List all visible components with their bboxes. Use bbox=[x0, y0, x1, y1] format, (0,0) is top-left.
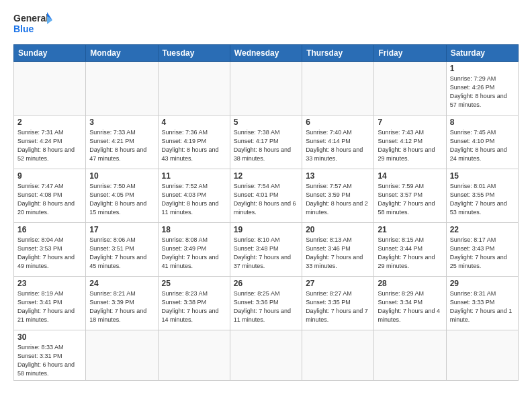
header-saturday: Saturday bbox=[446, 45, 518, 62]
day-number: 4 bbox=[162, 118, 226, 127]
day-number: 25 bbox=[162, 279, 226, 288]
day-info: Sunrise: 7:45 AM Sunset: 4:10 PM Dayligh… bbox=[450, 128, 515, 163]
day-number: 14 bbox=[378, 171, 442, 181]
table-row: 28Sunrise: 8:29 AM Sunset: 3:34 PM Dayli… bbox=[374, 277, 446, 330]
table-row bbox=[446, 330, 518, 381]
day-number: 11 bbox=[162, 171, 226, 181]
table-row bbox=[230, 330, 302, 381]
day-info: Sunrise: 7:43 AM Sunset: 4:12 PM Dayligh… bbox=[378, 128, 442, 163]
table-row: 18Sunrise: 8:08 AM Sunset: 3:49 PM Dayli… bbox=[158, 223, 230, 277]
day-number: 9 bbox=[17, 171, 82, 181]
day-info: Sunrise: 8:33 AM Sunset: 3:31 PM Dayligh… bbox=[17, 343, 82, 378]
table-row: 10Sunrise: 7:50 AM Sunset: 4:05 PM Dayli… bbox=[86, 169, 158, 223]
table-row: 8Sunrise: 7:45 AM Sunset: 4:10 PM Daylig… bbox=[446, 116, 518, 169]
day-info: Sunrise: 7:36 AM Sunset: 4:19 PM Dayligh… bbox=[162, 128, 226, 163]
day-number: 5 bbox=[234, 118, 298, 127]
page: General Blue Sunday Monday Tuesday Wedne… bbox=[0, 0, 532, 392]
day-number: 27 bbox=[306, 279, 370, 288]
day-info: Sunrise: 8:04 AM Sunset: 3:53 PM Dayligh… bbox=[17, 236, 82, 271]
day-info: Sunrise: 8:01 AM Sunset: 3:55 PM Dayligh… bbox=[450, 182, 515, 217]
day-number: 21 bbox=[378, 225, 442, 234]
table-row: 4Sunrise: 7:36 AM Sunset: 4:19 PM Daylig… bbox=[158, 116, 230, 169]
table-row bbox=[14, 62, 86, 116]
generalblue-logo-icon: General Blue bbox=[13, 11, 54, 38]
table-row: 29Sunrise: 8:31 AM Sunset: 3:33 PM Dayli… bbox=[446, 277, 518, 330]
day-info: Sunrise: 8:25 AM Sunset: 3:36 PM Dayligh… bbox=[234, 289, 298, 324]
day-info: Sunrise: 8:17 AM Sunset: 3:43 PM Dayligh… bbox=[450, 236, 515, 271]
day-info: Sunrise: 7:29 AM Sunset: 4:26 PM Dayligh… bbox=[450, 75, 515, 109]
table-row: 13Sunrise: 7:57 AM Sunset: 3:59 PM Dayli… bbox=[302, 169, 374, 223]
day-number: 20 bbox=[306, 225, 370, 234]
day-info: Sunrise: 8:29 AM Sunset: 3:34 PM Dayligh… bbox=[378, 289, 442, 324]
day-number: 23 bbox=[17, 279, 82, 288]
day-info: Sunrise: 8:10 AM Sunset: 3:48 PM Dayligh… bbox=[234, 236, 298, 271]
table-row bbox=[158, 330, 230, 381]
day-number: 16 bbox=[17, 225, 82, 234]
table-row: 15Sunrise: 8:01 AM Sunset: 3:55 PM Dayli… bbox=[446, 169, 518, 223]
day-number: 19 bbox=[234, 225, 298, 234]
header-monday: Monday bbox=[86, 45, 158, 62]
day-info: Sunrise: 8:19 AM Sunset: 3:41 PM Dayligh… bbox=[17, 289, 82, 324]
day-info: Sunrise: 7:52 AM Sunset: 4:03 PM Dayligh… bbox=[162, 182, 226, 217]
table-row bbox=[158, 62, 230, 116]
day-info: Sunrise: 8:06 AM Sunset: 3:51 PM Dayligh… bbox=[89, 236, 154, 271]
table-row: 17Sunrise: 8:06 AM Sunset: 3:51 PM Dayli… bbox=[86, 223, 158, 277]
day-info: Sunrise: 8:15 AM Sunset: 3:44 PM Dayligh… bbox=[378, 236, 442, 271]
table-row: 5Sunrise: 7:38 AM Sunset: 4:17 PM Daylig… bbox=[230, 116, 302, 169]
table-row: 21Sunrise: 8:15 AM Sunset: 3:44 PM Dayli… bbox=[374, 223, 446, 277]
day-info: Sunrise: 7:47 AM Sunset: 4:08 PM Dayligh… bbox=[17, 182, 82, 217]
day-number: 18 bbox=[162, 225, 226, 234]
day-number: 2 bbox=[17, 118, 82, 127]
table-row: 22Sunrise: 8:17 AM Sunset: 3:43 PM Dayli… bbox=[446, 223, 518, 277]
day-info: Sunrise: 7:57 AM Sunset: 3:59 PM Dayligh… bbox=[306, 182, 370, 217]
table-row: 12Sunrise: 7:54 AM Sunset: 4:01 PM Dayli… bbox=[230, 169, 302, 223]
table-row bbox=[302, 62, 374, 116]
day-number: 7 bbox=[378, 118, 442, 127]
svg-text:Blue: Blue bbox=[13, 24, 34, 34]
table-row: 2Sunrise: 7:31 AM Sunset: 4:24 PM Daylig… bbox=[14, 116, 86, 169]
day-number: 26 bbox=[234, 279, 298, 288]
day-info: Sunrise: 8:31 AM Sunset: 3:33 PM Dayligh… bbox=[450, 289, 515, 324]
table-row: 9Sunrise: 7:47 AM Sunset: 4:08 PM Daylig… bbox=[14, 169, 86, 223]
header-tuesday: Tuesday bbox=[158, 45, 230, 62]
day-number: 30 bbox=[17, 332, 82, 342]
table-row: 24Sunrise: 8:21 AM Sunset: 3:39 PM Dayli… bbox=[86, 277, 158, 330]
day-info: Sunrise: 7:33 AM Sunset: 4:21 PM Dayligh… bbox=[89, 128, 154, 163]
logo: General Blue bbox=[13, 11, 54, 38]
table-row bbox=[86, 62, 158, 116]
day-number: 15 bbox=[450, 171, 515, 181]
day-number: 12 bbox=[234, 171, 298, 181]
table-row: 14Sunrise: 7:59 AM Sunset: 3:57 PM Dayli… bbox=[374, 169, 446, 223]
day-number: 6 bbox=[306, 118, 370, 127]
day-number: 10 bbox=[89, 171, 154, 181]
calendar-table: Sunday Monday Tuesday Wednesday Thursday… bbox=[13, 44, 519, 381]
table-row: 23Sunrise: 8:19 AM Sunset: 3:41 PM Dayli… bbox=[14, 277, 86, 330]
day-number: 8 bbox=[450, 118, 515, 127]
day-number: 22 bbox=[450, 225, 515, 234]
day-number: 29 bbox=[450, 279, 515, 288]
table-row: 16Sunrise: 8:04 AM Sunset: 3:53 PM Dayli… bbox=[14, 223, 86, 277]
header-friday: Friday bbox=[374, 45, 446, 62]
day-number: 13 bbox=[306, 171, 370, 181]
table-row: 6Sunrise: 7:40 AM Sunset: 4:14 PM Daylig… bbox=[302, 116, 374, 169]
day-info: Sunrise: 8:27 AM Sunset: 3:35 PM Dayligh… bbox=[306, 289, 370, 324]
day-number: 17 bbox=[89, 225, 154, 234]
header-sunday: Sunday bbox=[14, 45, 86, 62]
day-info: Sunrise: 7:54 AM Sunset: 4:01 PM Dayligh… bbox=[234, 182, 298, 217]
table-row bbox=[374, 330, 446, 381]
day-info: Sunrise: 7:59 AM Sunset: 3:57 PM Dayligh… bbox=[378, 182, 442, 217]
day-info: Sunrise: 8:13 AM Sunset: 3:46 PM Dayligh… bbox=[306, 236, 370, 271]
table-row bbox=[302, 330, 374, 381]
day-number: 28 bbox=[378, 279, 442, 288]
day-number: 3 bbox=[89, 118, 154, 127]
day-info: Sunrise: 8:21 AM Sunset: 3:39 PM Dayligh… bbox=[89, 289, 154, 324]
table-row bbox=[86, 330, 158, 381]
table-row: 11Sunrise: 7:52 AM Sunset: 4:03 PM Dayli… bbox=[158, 169, 230, 223]
table-row: 26Sunrise: 8:25 AM Sunset: 3:36 PM Dayli… bbox=[230, 277, 302, 330]
weekday-header-row: Sunday Monday Tuesday Wednesday Thursday… bbox=[14, 45, 519, 62]
day-info: Sunrise: 8:08 AM Sunset: 3:49 PM Dayligh… bbox=[162, 236, 226, 271]
table-row: 27Sunrise: 8:27 AM Sunset: 3:35 PM Dayli… bbox=[302, 277, 374, 330]
table-row: 7Sunrise: 7:43 AM Sunset: 4:12 PM Daylig… bbox=[374, 116, 446, 169]
day-info: Sunrise: 7:31 AM Sunset: 4:24 PM Dayligh… bbox=[17, 128, 82, 163]
day-info: Sunrise: 7:40 AM Sunset: 4:14 PM Dayligh… bbox=[306, 128, 370, 163]
